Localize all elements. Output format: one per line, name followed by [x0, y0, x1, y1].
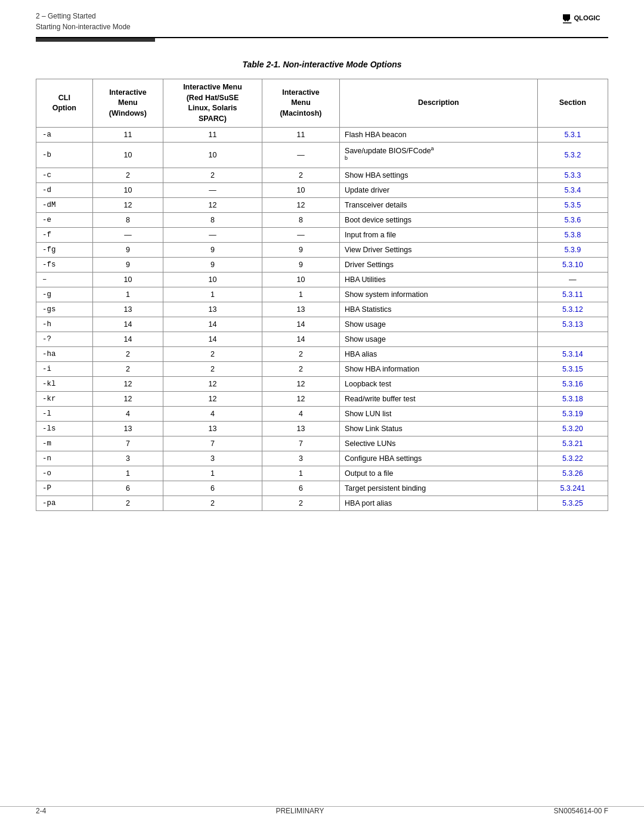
cell-section: 5.3.3 [537, 168, 608, 183]
section-link[interactable]: 5.3.12 [562, 305, 583, 314]
cell-win: 14 [92, 317, 163, 332]
cell-section: 5.3.10 [537, 258, 608, 272]
cell-section: 5.3.241 [537, 481, 608, 496]
cell-mac: 2 [262, 347, 339, 362]
cell-win: — [92, 228, 163, 243]
cell-cli: -? [36, 332, 93, 347]
cell-win: 8 [92, 213, 163, 228]
section-link[interactable]: 5.3.10 [562, 261, 583, 269]
cell-win: 10 [92, 183, 163, 198]
section-link[interactable]: 5.3.8 [564, 231, 581, 239]
cell-linux: 7 [163, 436, 262, 451]
section-link[interactable]: 5.3.241 [560, 484, 585, 493]
section-link[interactable]: 5.3.26 [562, 469, 583, 478]
col-header-mac: InteractiveMenu(Macintosh) [262, 79, 339, 128]
qlogic-logo: QLOGIC [561, 11, 608, 35]
cell-cli: – [36, 272, 93, 287]
cell-section: 5.3.13 [537, 317, 608, 332]
section-link[interactable]: 5.3.9 [564, 246, 581, 254]
cell-cli: -P [36, 481, 93, 496]
cell-section: 5.3.1 [537, 128, 608, 143]
cell-linux: 1 [163, 287, 262, 302]
cell-linux: 12 [163, 377, 262, 392]
cell-win: 13 [92, 302, 163, 317]
cell-cli: -f [36, 228, 93, 243]
cell-win: 14 [92, 332, 163, 347]
table-row: -a111111Flash HBA beacon5.3.1 [36, 128, 608, 143]
section-link[interactable]: 5.3.11 [562, 290, 583, 299]
section-link[interactable]: 5.3.2 [564, 151, 581, 159]
table-row: -g111Show system information5.3.11 [36, 287, 608, 302]
cell-win: 7 [92, 436, 163, 451]
section-link[interactable]: 5.3.14 [562, 350, 583, 358]
section-link[interactable]: 5.3.4 [564, 186, 581, 194]
section-link[interactable]: 5.3.5 [564, 201, 581, 209]
cell-desc: View Driver Settings [340, 243, 538, 258]
section-link[interactable]: 5.3.15 [562, 365, 583, 373]
cell-section: 5.3.16 [537, 377, 608, 392]
cell-linux: 11 [163, 128, 262, 143]
cell-desc: Show usage [340, 317, 538, 332]
table-row: -fg999View Driver Settings5.3.9 [36, 243, 608, 258]
section-link[interactable]: 5.3.3 [564, 171, 581, 179]
cell-linux: 2 [163, 168, 262, 183]
cell-desc: Show LUN list [340, 407, 538, 422]
cell-desc: HBA Statistics [340, 302, 538, 317]
section-link[interactable]: 5.3.19 [562, 410, 583, 418]
cell-mac: 4 [262, 407, 339, 422]
cell-desc: Read/write buffer test [340, 392, 538, 407]
cell-linux: 12 [163, 392, 262, 407]
cell-cli: -e [36, 213, 93, 228]
section-link[interactable]: 5.3.25 [562, 499, 583, 507]
cell-desc: Show HBA information [340, 362, 538, 377]
cell-linux: 4 [163, 407, 262, 422]
cell-win: 10 [92, 272, 163, 287]
cell-desc: Show Link Status [340, 422, 538, 436]
cell-mac: — [262, 228, 339, 243]
table-row: -ha222HBA alias5.3.14 [36, 347, 608, 362]
cell-win: 6 [92, 481, 163, 496]
col-header-cli: CLIOption [36, 79, 93, 128]
table-row: -o111Output to a file5.3.26 [36, 466, 608, 481]
cell-win: 12 [92, 198, 163, 213]
page-header: 2 – Getting Started Starting Non-interac… [0, 0, 644, 35]
cell-section: 5.3.18 [537, 392, 608, 407]
col-header-linux: Interactive Menu(Red Hat/SuSELinux, Sola… [163, 79, 262, 128]
logo-area: QLOGIC [561, 11, 608, 35]
section-link[interactable]: 5.3.20 [562, 425, 583, 433]
section-link[interactable]: 5.3.6 [564, 216, 581, 224]
section-link[interactable]: 5.3.13 [562, 320, 583, 329]
cell-cli: -pa [36, 496, 93, 511]
main-content: Table 2-1. Non-interactive Mode Options … [0, 42, 644, 529]
cell-cli: -c [36, 168, 93, 183]
table-row: -kr121212Read/write buffer test5.3.18 [36, 392, 608, 407]
cell-section: 5.3.19 [537, 407, 608, 422]
table-row: -?141414Show usage [36, 332, 608, 347]
cell-cli: -g [36, 287, 93, 302]
cell-desc: Input from a file [340, 228, 538, 243]
section-link[interactable]: 5.3.21 [562, 439, 583, 448]
cell-cli: -dM [36, 198, 93, 213]
cell-cli: -gs [36, 302, 93, 317]
section-link[interactable]: 5.3.1 [564, 131, 581, 139]
table-row: -c222Show HBA settings5.3.3 [36, 168, 608, 183]
cell-mac: 10 [262, 183, 339, 198]
cell-mac: 10 [262, 272, 339, 287]
section-link[interactable]: 5.3.22 [562, 454, 583, 463]
cell-mac: 1 [262, 466, 339, 481]
cell-linux: 14 [163, 332, 262, 347]
cell-linux: 9 [163, 243, 262, 258]
cell-linux: — [163, 183, 262, 198]
section-link[interactable]: 5.3.18 [562, 395, 583, 403]
section-link[interactable]: 5.3.16 [562, 380, 583, 388]
table-row: -fs999Driver Settings5.3.10 [36, 258, 608, 272]
cell-win: 2 [92, 362, 163, 377]
cell-mac: 12 [262, 377, 339, 392]
cell-linux: 9 [163, 258, 262, 272]
table-row: -P666Target persistent binding5.3.241 [36, 481, 608, 496]
cell-desc: Save/update BIOS/FCodeab [340, 143, 538, 168]
cell-win: 2 [92, 496, 163, 511]
cell-linux: 13 [163, 422, 262, 436]
svg-rect-3 [563, 23, 571, 24]
cell-desc: Target persistent binding [340, 481, 538, 496]
